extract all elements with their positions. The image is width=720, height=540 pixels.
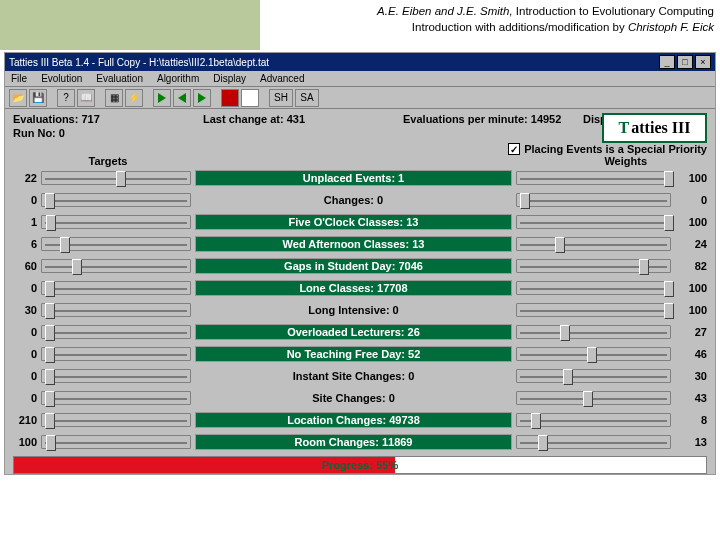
next-green-button[interactable] (193, 89, 211, 107)
criterion-label: Long Intensive: 0 (191, 304, 516, 316)
slide-header: A.E. Eiben and J.E. Smith, Introduction … (260, 0, 720, 50)
title-bar[interactable]: Tatties III Beta 1.4 - Full Copy - H:\ta… (5, 53, 715, 71)
weight-value: 30 (671, 370, 707, 382)
special-priority-checkbox[interactable]: ✓ (508, 143, 520, 155)
target-value: 22 (13, 172, 41, 184)
weight-slider[interactable] (516, 325, 671, 339)
weight-slider[interactable] (516, 347, 671, 361)
weight-value: 27 (671, 326, 707, 338)
run-value: 0 (59, 127, 65, 139)
weight-slider[interactable] (516, 391, 671, 405)
menu-display[interactable]: Display (213, 73, 246, 84)
weight-value: 100 (671, 216, 707, 228)
weight-slider[interactable] (516, 281, 671, 295)
prev-green-button[interactable] (173, 89, 191, 107)
criterion-row: 0No Teaching Free Day: 5246 (13, 343, 707, 365)
special-priority-label: Placing Events is a Special Priority (524, 143, 707, 155)
criterion-label: Overloaded Lecturers: 26 (195, 324, 512, 340)
tool-bolt-icon[interactable]: ⚡ (125, 89, 143, 107)
criterion-label: Room Changes: 11869 (195, 434, 512, 450)
authors: A.E. Eiben and J.E. Smith, (377, 5, 516, 17)
menu-evolution[interactable]: Evolution (41, 73, 82, 84)
epm-value: 14952 (531, 113, 562, 125)
play-green-button[interactable] (153, 89, 171, 107)
subtitle-prefix: Introduction with additions/modification… (412, 21, 628, 33)
target-value: 0 (13, 392, 41, 404)
criterion-row: 0Site Changes: 043 (13, 387, 707, 409)
weight-slider[interactable] (516, 413, 671, 427)
weight-slider[interactable] (516, 171, 671, 185)
sa-button[interactable]: SA (295, 89, 319, 107)
epm-label: Evaluations per minute: (403, 113, 528, 125)
weight-slider[interactable] (516, 303, 671, 317)
target-slider[interactable] (41, 237, 191, 251)
criterion-label: Unplaced Events: 1 (195, 170, 512, 186)
weight-value: 0 (671, 194, 707, 206)
maximize-button[interactable]: □ (677, 55, 693, 69)
weight-slider[interactable] (516, 237, 671, 251)
menu-evaluation[interactable]: Evaluation (96, 73, 143, 84)
criterion-row: 0Lone Classes: 17708100 (13, 277, 707, 299)
menu-file[interactable]: File (11, 73, 27, 84)
target-slider[interactable] (41, 193, 191, 207)
target-slider[interactable] (41, 325, 191, 339)
target-slider[interactable] (41, 281, 191, 295)
progress-label: Progress: 55% (14, 457, 706, 473)
target-slider[interactable] (41, 413, 191, 427)
tool-save-icon[interactable]: 💾 (29, 89, 47, 107)
minimize-button[interactable]: _ (659, 55, 675, 69)
target-slider[interactable] (41, 347, 191, 361)
criterion-row: 100Room Changes: 1186913 (13, 431, 707, 453)
criterion-label: No Teaching Free Day: 52 (195, 346, 512, 362)
criterion-label: Changes: 0 (191, 194, 516, 206)
close-button[interactable]: × (695, 55, 711, 69)
criterion-row: 0Instant Site Changes: 030 (13, 365, 707, 387)
target-value: 0 (13, 282, 41, 294)
target-slider[interactable] (41, 303, 191, 317)
weight-value: 100 (671, 172, 707, 184)
criterion-row: 30Long Intensive: 0100 (13, 299, 707, 321)
weight-slider[interactable] (516, 193, 671, 207)
target-slider[interactable] (41, 391, 191, 405)
criterion-row: 0Changes: 00 (13, 189, 707, 211)
weight-value: 13 (671, 436, 707, 448)
weight-slider[interactable] (516, 259, 671, 273)
criterion-row: 60Gaps in Student Day: 704682 (13, 255, 707, 277)
criterion-row: 6Wed Afternoon Classes: 1324 (13, 233, 707, 255)
last-change-label: Last change at: (203, 113, 284, 125)
criterion-row: 210Location Changes: 497388 (13, 409, 707, 431)
weight-value: 24 (671, 238, 707, 250)
toolbar: 📂 💾 ? 📖 ▦ ⚡ SH SA (5, 87, 715, 109)
tool-open-icon[interactable]: 📂 (9, 89, 27, 107)
weight-slider[interactable] (516, 369, 671, 383)
sh-button[interactable]: SH (269, 89, 293, 107)
weight-value: 43 (671, 392, 707, 404)
target-value: 210 (13, 414, 41, 426)
target-value: 0 (13, 348, 41, 360)
target-slider[interactable] (41, 369, 191, 383)
target-slider[interactable] (41, 171, 191, 185)
tool-plan-icon[interactable]: ▦ (105, 89, 123, 107)
evaluations-label: Evaluations: (13, 113, 78, 125)
weight-slider[interactable] (516, 215, 671, 229)
criterion-label: Site Changes: 0 (191, 392, 516, 404)
target-value: 60 (13, 260, 41, 272)
tool-help-icon[interactable]: ? (57, 89, 75, 107)
menu-advanced[interactable]: Advanced (260, 73, 304, 84)
menu-algorithm[interactable]: Algorithm (157, 73, 199, 84)
weight-slider[interactable] (516, 435, 671, 449)
stop-red-button[interactable] (221, 89, 239, 107)
target-slider[interactable] (41, 259, 191, 273)
weight-value: 100 (671, 304, 707, 316)
target-slider[interactable] (41, 215, 191, 229)
page-number: 20 (8, 500, 41, 534)
targets-header: Targets (13, 155, 203, 167)
target-value: 6 (13, 238, 41, 250)
last-change-value: 431 (287, 113, 305, 125)
target-value: 30 (13, 304, 41, 316)
target-value: 1 (13, 216, 41, 228)
tool-book-icon[interactable]: 📖 (77, 89, 95, 107)
criterion-label: Location Changes: 49738 (195, 412, 512, 428)
pause-white-button[interactable] (241, 89, 259, 107)
target-slider[interactable] (41, 435, 191, 449)
